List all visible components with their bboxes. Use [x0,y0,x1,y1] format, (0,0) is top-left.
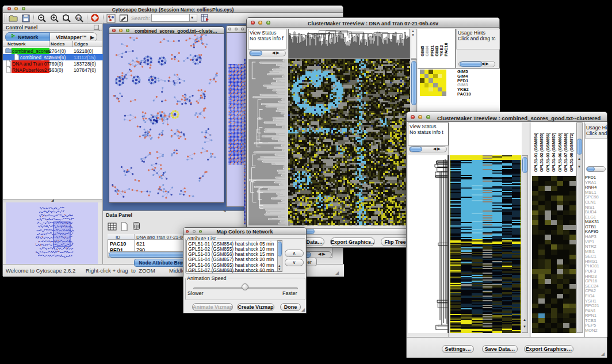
svg-text:1:1: 1:1 [76,16,81,20]
